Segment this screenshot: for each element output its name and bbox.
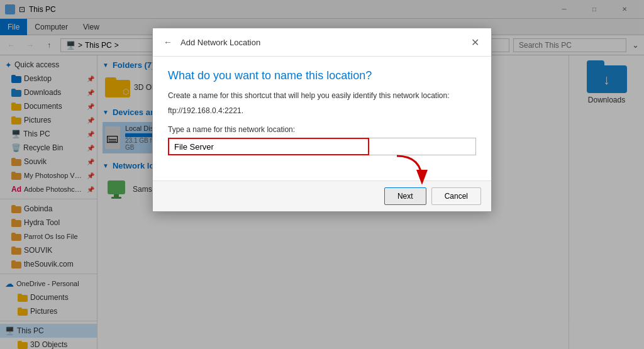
dialog-footer: Next Cancel	[153, 180, 491, 211]
network-name-input[interactable]	[168, 138, 369, 155]
dialog-url: ftp://192.168.0.4:2221.	[168, 106, 476, 115]
dialog-title-left: ← Add Network Location	[160, 35, 260, 50]
dialog-heading: What do you want to name this location?	[168, 69, 476, 82]
dialog-title-text: Add Network Location	[180, 38, 260, 47]
dialog-title-bar: ← Add Network Location ✕	[153, 28, 491, 57]
dialog-input-row	[168, 138, 476, 155]
red-arrow-indicator	[391, 153, 428, 184]
dialog-back-button[interactable]: ←	[160, 35, 175, 50]
cancel-button[interactable]: Cancel	[431, 187, 481, 205]
add-network-dialog: ← Add Network Location ✕ What do you wan…	[152, 28, 492, 212]
dialog-overlay: ← Add Network Location ✕ What do you wan…	[0, 0, 644, 349]
dialog-content: What do you want to name this location? …	[153, 57, 491, 180]
dialog-input-label: Type a name for this network location:	[168, 125, 476, 134]
dialog-description: Create a name for this shortcut that wil…	[168, 90, 476, 101]
dialog-close-button[interactable]: ✕	[466, 33, 484, 51]
next-button[interactable]: Next	[384, 187, 426, 205]
